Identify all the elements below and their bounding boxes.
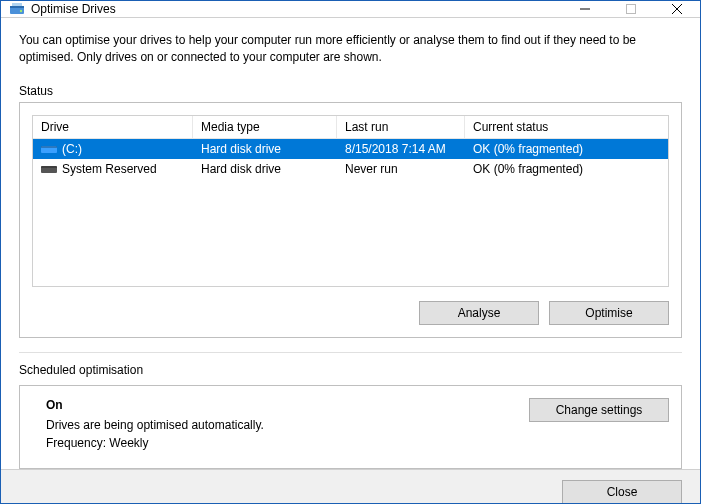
- drive-media: Hard disk drive: [193, 142, 337, 156]
- optimise-button[interactable]: Optimise: [549, 301, 669, 325]
- drive-lastrun: 8/15/2018 7:14 AM: [337, 142, 465, 156]
- schedule-detail: Drives are being optimised automatically…: [46, 418, 529, 432]
- drive-icon: [41, 163, 57, 175]
- drive-media: Hard disk drive: [193, 162, 337, 176]
- description-text: You can optimise your drives to help you…: [19, 32, 682, 66]
- column-header-lastrun[interactable]: Last run: [337, 116, 465, 138]
- drive-list[interactable]: Drive Media type Last run Current status…: [32, 115, 669, 287]
- window-title: Optimise Drives: [31, 2, 562, 16]
- schedule-state: On: [46, 398, 529, 412]
- schedule-label: Scheduled optimisation: [19, 363, 682, 377]
- column-header-media[interactable]: Media type: [193, 116, 337, 138]
- divider: [19, 352, 682, 353]
- drive-list-header: Drive Media type Last run Current status: [33, 116, 668, 139]
- maximize-button[interactable]: [608, 1, 654, 17]
- minimize-button[interactable]: [562, 1, 608, 17]
- drive-status: OK (0% fragmented): [465, 162, 668, 176]
- svg-rect-2: [12, 3, 22, 6]
- titlebar: Optimise Drives: [1, 1, 700, 18]
- drive-status: OK (0% fragmented): [465, 142, 668, 156]
- svg-rect-5: [627, 5, 636, 14]
- drive-name: (C:): [62, 142, 82, 156]
- analyse-button[interactable]: Analyse: [419, 301, 539, 325]
- drive-name: System Reserved: [62, 162, 157, 176]
- svg-rect-9: [41, 146, 57, 148]
- footer: Close: [1, 469, 700, 504]
- drive-row[interactable]: System ReservedHard disk driveNever runO…: [33, 159, 668, 179]
- change-settings-button[interactable]: Change settings: [529, 398, 669, 422]
- svg-rect-1: [10, 6, 24, 8]
- status-label: Status: [19, 84, 682, 98]
- drive-icon: [41, 143, 57, 155]
- schedule-frequency: Frequency: Weekly: [46, 436, 529, 450]
- status-group: Drive Media type Last run Current status…: [19, 102, 682, 338]
- column-header-status[interactable]: Current status: [465, 116, 668, 138]
- schedule-group: On Drives are being optimised automatica…: [19, 385, 682, 469]
- close-button[interactable]: Close: [562, 480, 682, 504]
- close-window-button[interactable]: [654, 1, 700, 17]
- svg-point-3: [20, 10, 22, 12]
- drive-lastrun: Never run: [337, 162, 465, 176]
- column-header-drive[interactable]: Drive: [33, 116, 193, 138]
- app-icon: [9, 1, 25, 17]
- svg-rect-11: [41, 166, 57, 168]
- window-controls: [562, 1, 700, 17]
- drive-row[interactable]: (C:)Hard disk drive8/15/2018 7:14 AMOK (…: [33, 139, 668, 159]
